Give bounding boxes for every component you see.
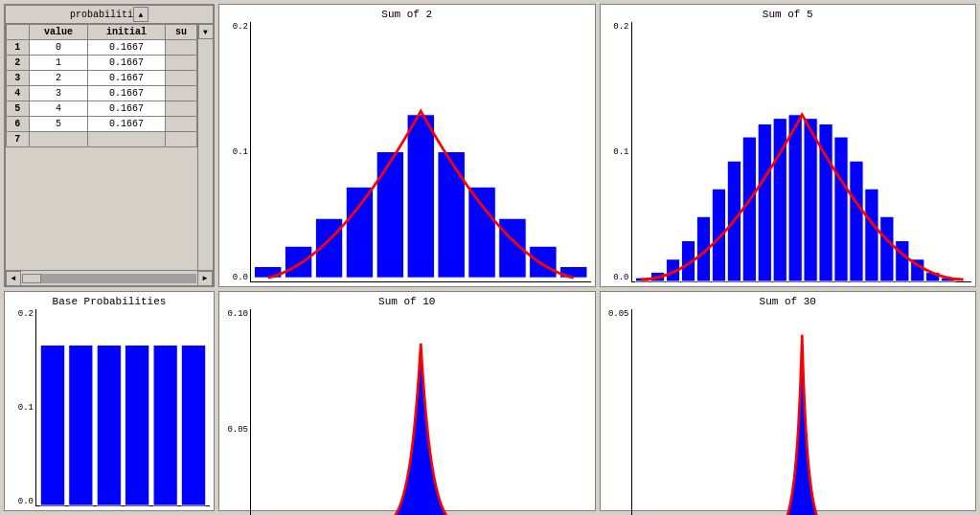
svg-rect-36 — [153, 346, 177, 505]
row-su-3[interactable] — [165, 71, 196, 86]
svg-rect-26 — [864, 189, 877, 281]
svg-rect-35 — [125, 346, 149, 505]
svg-rect-9 — [530, 246, 557, 278]
base-y-axis: 0.2 0.1 0.0 — [9, 309, 35, 506]
vertical-scrollbar[interactable]: ▼ — [197, 24, 213, 270]
svg-rect-1 — [285, 246, 311, 278]
svg-rect-21 — [788, 115, 802, 281]
row-value-1[interactable]: 0 — [29, 40, 88, 56]
col-initial: initial — [88, 25, 166, 40]
svg-rect-7 — [468, 187, 495, 278]
sum2-title: Sum of 2 — [223, 9, 591, 20]
scroll-up-btn[interactable]: ▲ — [133, 7, 148, 22]
svg-rect-6 — [438, 152, 465, 279]
sum30-chart: Sum of 30 0.05 0.00 — [600, 291, 977, 511]
svg-rect-34 — [97, 346, 121, 505]
col-empty — [7, 25, 30, 40]
col-value: value — [29, 25, 88, 40]
col-su: su — [165, 25, 196, 40]
sum10-title: Sum of 10 — [223, 296, 591, 307]
row-initial-2[interactable]: 0.1667 — [88, 56, 166, 71]
row-value-2[interactable]: 1 — [29, 56, 88, 71]
svg-rect-22 — [804, 119, 817, 281]
row-initial-7[interactable] — [88, 132, 166, 147]
row-su-4[interactable] — [165, 86, 196, 101]
svg-rect-18 — [742, 137, 756, 281]
row-su-2[interactable] — [165, 56, 196, 71]
sum2-chart-inner — [250, 22, 591, 282]
table-row: 100.1667 — [7, 40, 197, 56]
row-initial-5[interactable]: 0.1667 — [88, 101, 166, 117]
row-su-5[interactable] — [165, 101, 196, 117]
sum2-chart: Sum of 2 0.2 0.1 0.0 — [218, 4, 596, 287]
svg-rect-27 — [879, 216, 893, 281]
row-initial-6[interactable]: 0.1667 — [88, 117, 166, 132]
sum5-y-axis: 0.2 0.1 0.0 — [604, 22, 631, 282]
scroll-down-btn[interactable]: ▼ — [198, 24, 214, 39]
row-num-2: 2 — [7, 56, 30, 71]
svg-rect-28 — [895, 240, 908, 281]
table-row: 210.1667 — [7, 56, 197, 71]
row-initial-1[interactable]: 0.1667 — [88, 40, 166, 56]
sum5-chart: Sum of 5 0.2 0.1 0.0 — [600, 4, 977, 287]
table-row: 7 — [7, 132, 197, 147]
row-initial-3[interactable]: 0.1667 — [88, 71, 166, 86]
sum2-y-axis: 0.2 0.1 0.0 — [223, 22, 250, 282]
svg-rect-3 — [346, 187, 373, 278]
svg-rect-37 — [182, 346, 206, 505]
row-initial-4[interactable]: 0.1667 — [88, 86, 166, 101]
sum5-title: Sum of 5 — [604, 9, 972, 20]
row-value-7[interactable] — [29, 132, 88, 147]
svg-rect-33 — [69, 346, 93, 505]
sum10-chart: Sum of 10 0.10 0.05 0.00 — [218, 291, 596, 511]
table-row: 320.1667 — [7, 71, 197, 86]
row-value-3[interactable]: 2 — [29, 71, 88, 86]
row-num-3: 3 — [7, 71, 30, 86]
table-row: 430.1667 — [7, 86, 197, 101]
sum30-chart-inner — [631, 309, 972, 515]
base-prob-title: Base Probabilities — [9, 296, 210, 307]
table-header-probabiliti: probabiliti — [70, 10, 133, 20]
svg-rect-4 — [376, 152, 403, 279]
svg-rect-19 — [758, 123, 771, 281]
row-value-6[interactable]: 5 — [29, 117, 88, 132]
svg-rect-32 — [41, 346, 65, 505]
row-su-6[interactable] — [165, 117, 196, 132]
row-num-7: 7 — [7, 132, 30, 147]
sum5-chart-inner — [631, 22, 972, 282]
table-row: 540.1667 — [7, 101, 197, 117]
row-value-5[interactable]: 4 — [29, 101, 88, 117]
svg-rect-16 — [712, 189, 725, 281]
svg-rect-5 — [407, 115, 434, 278]
row-num-1: 1 — [7, 40, 30, 56]
scroll-right-btn[interactable]: ► — [197, 271, 213, 286]
row-su-1[interactable] — [165, 40, 196, 56]
row-su-7[interactable] — [165, 132, 196, 147]
scroll-left-btn[interactable]: ◄ — [6, 271, 21, 286]
row-num-5: 5 — [7, 101, 30, 117]
data-table: probabiliti ▲ value initial su — [4, 4, 215, 287]
row-num-6: 6 — [7, 117, 30, 132]
sum10-chart-inner — [250, 309, 591, 515]
row-value-4[interactable]: 3 — [29, 86, 88, 101]
base-prob-chart: Base Probabilities 0.2 0.1 0.0 — [4, 291, 215, 511]
sum30-y-axis: 0.05 0.00 — [604, 309, 631, 515]
horizontal-scrollbar[interactable]: ◄ ► — [6, 270, 213, 285]
base-chart-inner — [35, 309, 210, 506]
row-num-4: 4 — [7, 86, 30, 101]
sum30-title: Sum of 30 — [604, 296, 972, 307]
sum10-y-axis: 0.10 0.05 0.00 — [223, 309, 250, 515]
svg-rect-25 — [849, 161, 862, 281]
table-row: 650.1667 — [7, 117, 197, 132]
svg-rect-24 — [833, 137, 847, 281]
